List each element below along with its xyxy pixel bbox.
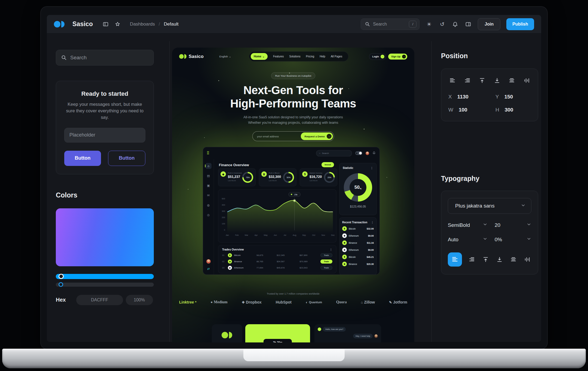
kebab-menu-icon[interactable]: ⋮ [371, 221, 374, 224]
align-top-icon[interactable] [482, 255, 490, 264]
globe-icon[interactable]: ◍ [206, 202, 212, 208]
language-value: English [219, 55, 228, 58]
profile-avatar[interactable] [206, 259, 211, 264]
user-avatar[interactable] [366, 152, 369, 155]
theme-toggle[interactable] [355, 151, 362, 155]
left-panel-divider [169, 41, 170, 342]
h-value[interactable]: 300 [505, 107, 513, 113]
language-selector[interactable]: English ⌄ [219, 55, 231, 58]
favorite-star-icon[interactable] [114, 21, 121, 28]
toggle-right-panel-icon[interactable] [465, 21, 472, 28]
bottom-cards-row: 2h 20m Hello, how are you? Hey, I need h… [172, 324, 414, 342]
line-height-select[interactable]: Auto [448, 236, 495, 243]
kebab-menu-icon[interactable]: ⋮ [330, 248, 332, 251]
placeholder-field[interactable] [64, 128, 145, 143]
invest-button[interactable]: Invest [321, 162, 334, 167]
publish-button[interactable]: Publish [506, 18, 534, 30]
transaction-row[interactable]: ◈ Binance $11.34 [342, 240, 374, 245]
primary-button-sample[interactable]: Button [64, 151, 101, 166]
align-right-icon[interactable] [463, 76, 471, 85]
kebab-menu-icon[interactable]: ⋮ [370, 166, 373, 169]
statistic-amount: $123,456.05 [343, 205, 373, 208]
signup-button[interactable]: Sign Up→ [388, 54, 407, 60]
transaction-row[interactable]: ฿ Bitcoin $32.00 [342, 226, 374, 231]
join-button[interactable]: Join [478, 18, 500, 30]
distribute-vertical-icon[interactable] [523, 76, 531, 85]
distribute-vertical-icon[interactable] [523, 255, 531, 264]
nav-item-solutions[interactable]: Solutions [289, 55, 301, 58]
hex-value-field[interactable]: DACFFF [76, 295, 123, 305]
nav-item-pricing[interactable]: Pricing [306, 55, 314, 58]
nav-item-help[interactable]: Help [320, 55, 325, 58]
component-search[interactable] [56, 50, 154, 66]
email-capture[interactable]: Request a Demo → [252, 131, 334, 141]
home-icon[interactable]: ⌂ [206, 163, 212, 169]
align-bottom-icon[interactable] [493, 76, 501, 85]
transaction-row[interactable]: ◆ Ethereum $9.00 [342, 248, 374, 252]
align-left-icon[interactable] [448, 76, 457, 85]
font-weight-select[interactable]: SemiBold [448, 222, 495, 228]
dashboard-logo-icon: ⫶⫶ [207, 151, 209, 156]
laptop-screen: Sasico Dashboards / Default / ☀ ↺ Join P… [41, 7, 547, 349]
w-value[interactable]: 100 [459, 107, 467, 113]
breadcrumb-dashboards[interactable]: Dashboards [130, 21, 155, 27]
color-gradient-picker[interactable] [56, 208, 154, 266]
right-panel-divider [431, 41, 432, 342]
align-right-icon[interactable] [468, 255, 476, 264]
chevron-down-icon [526, 236, 531, 243]
trade-button[interactable]: Trade [320, 259, 332, 264]
starter-card-component[interactable]: Ready to started Keep your messages shor… [56, 81, 154, 174]
transaction-row[interactable]: ◈ Binance $20.30 [342, 262, 374, 266]
preview-logo[interactable]: Sasico [179, 54, 204, 59]
y-value[interactable]: 150 [504, 94, 513, 100]
trade-button[interactable]: Trade [320, 253, 332, 257]
dropbox-icon: ❖ [242, 300, 245, 304]
nav-item-features[interactable]: Features [273, 55, 284, 58]
history-icon[interactable]: ↺ [439, 21, 446, 28]
secondary-button-sample[interactable]: Button [108, 151, 145, 166]
align-left-icon-active[interactable] [448, 252, 462, 267]
nav-item-home[interactable]: Home⌄ [251, 53, 268, 60]
component-search-input[interactable] [70, 55, 149, 61]
notifications-bell-icon[interactable] [452, 21, 459, 28]
theme-sun-icon[interactable]: ☀ [425, 21, 433, 28]
hero-section: Run Your Business on Autopilot Next-Gen … [172, 72, 414, 141]
toggle-sidebar-icon[interactable] [102, 21, 109, 28]
cards-icon[interactable]: ▤ [206, 173, 212, 179]
letter-spacing-value: 0% [495, 237, 502, 243]
wallet-icon[interactable]: ▣ [206, 183, 212, 188]
align-top-icon[interactable] [478, 76, 486, 85]
hue-slider-handle[interactable] [59, 274, 64, 279]
position-section-title: Position [441, 52, 538, 60]
letter-spacing-select[interactable]: 0% [495, 236, 531, 243]
dashboard-search[interactable]: ○ Search [316, 150, 352, 156]
transaction-row[interactable]: ฿ Bitcoin $45.21 [342, 255, 374, 259]
align-center-icon[interactable] [509, 255, 517, 264]
svg-text:Jan: Jan [226, 234, 229, 236]
components-panel: Ready to started Keep your messages shor… [56, 41, 154, 305]
x-value[interactable]: 1130 [457, 94, 468, 100]
login-button[interactable]: Login→ [369, 53, 386, 60]
swap-icon[interactable]: ⇄ [206, 266, 212, 272]
messages-icon[interactable]: ✉ [206, 192, 212, 198]
align-center-icon[interactable] [508, 76, 516, 85]
trade-button[interactable]: Trade [320, 266, 332, 270]
opacity-slider-handle[interactable] [59, 282, 63, 287]
opacity-value-field[interactable]: 100% [126, 295, 153, 305]
search-input[interactable] [373, 22, 406, 27]
nav-item-all-pages[interactable]: All Pages [331, 55, 342, 58]
hue-slider[interactable] [56, 274, 154, 279]
transaction-row[interactable]: ◆ Ethereum $9.00 [342, 233, 374, 238]
align-bottom-icon[interactable] [495, 255, 504, 264]
breadcrumb-current[interactable]: Default [164, 21, 179, 27]
font-family-select[interactable]: Plus jakatra sans [448, 198, 531, 214]
font-size-select[interactable]: 20 [495, 222, 531, 228]
stat-card: ฿ Profit in Bitcoin $32,300 Last Month 5… [259, 168, 296, 186]
bell-icon[interactable] [372, 151, 376, 155]
opacity-slider[interactable] [56, 283, 154, 287]
settings-icon[interactable]: ◎ [206, 212, 212, 218]
email-input[interactable] [257, 135, 298, 138]
design-canvas[interactable]: Sasico English ⌄ Home⌄ Features Solution… [172, 48, 414, 342]
request-demo-button[interactable]: Request a Demo → [301, 132, 333, 140]
global-search[interactable]: / [361, 18, 419, 30]
